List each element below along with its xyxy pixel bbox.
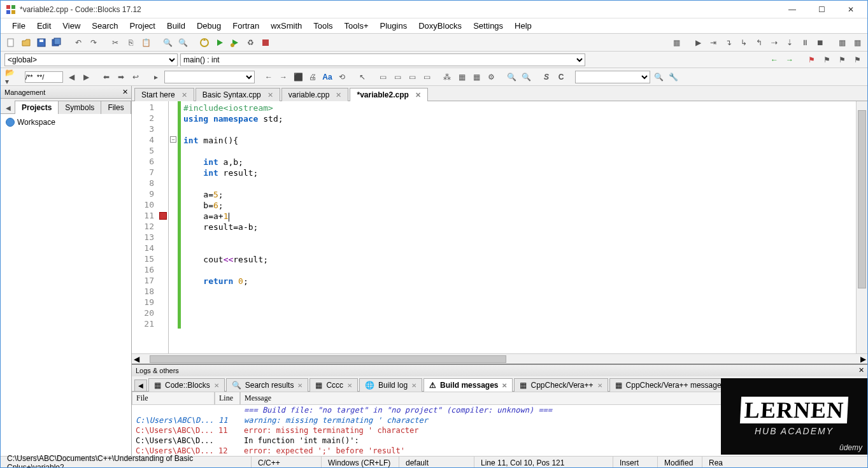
break-icon[interactable]: ⏸ [799,36,811,49]
menu-debug[interactable]: Debug [192,19,226,32]
menu-project[interactable]: Project [125,19,160,32]
menu-view[interactable]: View [57,19,85,32]
zoom-out-icon[interactable]: 🔍 [505,71,518,83]
menu-tools[interactable]: Tools [308,19,338,32]
fold-column[interactable]: − [169,101,178,353]
target-combo[interactable] [164,71,255,83]
bookmark-prev-icon[interactable]: ⚑ [820,53,833,66]
logs-close-icon[interactable]: ✕ [856,365,866,375]
menu-doxyblocks[interactable]: DoxyBlocks [413,19,467,32]
close-tab-icon[interactable]: ✕ [336,91,341,99]
open-recent-icon[interactable]: 📂▾ [4,71,17,83]
jump-back-icon[interactable]: ⬅ [100,71,113,83]
step-into-icon[interactable]: ↳ [737,36,750,49]
fold-toggle-icon[interactable]: − [170,136,176,143]
save-icon[interactable] [35,36,48,49]
doxy-prev-icon[interactable]: ◀ [65,71,78,83]
line-gutter[interactable]: 123456789101112131415161718192021 [132,101,169,353]
logtab-scroll-left[interactable]: ◀ [134,379,147,392]
target-icon[interactable]: ▦ [670,36,683,49]
wrench-icon[interactable]: 🔧 [667,71,679,83]
bookmark-flag-icon[interactable]: ⚑ [805,53,818,66]
msg-cell[interactable]: C:\Users\ABC\D... [132,425,215,436]
run-icon[interactable] [213,36,226,49]
nav-back-icon[interactable]: ← [768,53,781,66]
close-log-tab-icon[interactable]: ✕ [347,382,352,389]
find-icon[interactable]: 🔍 [161,36,174,49]
hscroll-thumb[interactable] [150,355,506,363]
jump-last-icon[interactable]: ↩ [129,71,142,83]
menu-wxsmith[interactable]: wxSmith [266,19,307,32]
close-log-tab-icon[interactable]: ✕ [214,382,219,389]
maximize-button[interactable]: ☐ [813,3,830,16]
workspace-item[interactable]: Workspace [3,117,129,128]
doxy-next-icon[interactable]: ▶ [80,71,92,83]
breakpoint-icon[interactable] [159,212,167,220]
step-out-icon[interactable]: ↰ [753,36,765,49]
code-editor[interactable]: 123456789101112131415161718192021 − #inc… [132,101,867,353]
doxy-search[interactable] [25,71,63,83]
save-all-icon[interactable] [50,36,63,49]
menu-build[interactable]: Build [162,19,190,32]
redo-icon[interactable]: ↷ [87,36,100,49]
undo-icon[interactable]: ↶ [72,36,85,49]
scope-combo[interactable]: <global> [4,53,178,66]
nav-fwd-icon[interactable]: → [783,53,796,66]
symbols-tab[interactable]: Symbols [58,101,101,114]
close-log-tab-icon[interactable]: ✕ [297,382,302,389]
close-log-tab-icon[interactable]: ✕ [597,382,602,389]
arrow-left-icon[interactable]: ← [262,71,275,83]
msg-header[interactable]: Line [215,392,240,405]
management-close-icon[interactable]: ✕ [120,87,130,97]
conf-doxy-icon[interactable]: ⚙ [485,71,497,83]
debug-run-icon[interactable]: ▶ [692,36,704,49]
msg-cell[interactable]: C:\Users\ABC\D... [132,436,215,446]
menu-search[interactable]: Search [87,19,123,32]
editor-tab[interactable]: variable.cpp✕ [281,88,349,101]
close-tab-icon[interactable]: ✕ [181,91,187,99]
rebuild-icon[interactable]: ♻ [244,36,257,49]
box1-icon[interactable]: ▭ [376,71,389,83]
next-line-icon[interactable]: ↴ [722,36,735,49]
cut-icon[interactable]: ✂ [109,36,122,49]
horizontal-scrollbar[interactable]: ◀ ▶ [132,353,867,364]
projects-tab[interactable]: Projects [15,101,59,114]
new-file-icon[interactable] [4,36,17,49]
extra-combo[interactable] [575,71,650,83]
menu-plugins[interactable]: Plugins [375,19,413,32]
log-tab[interactable]: ▦Code::Blocks✕ [148,378,225,392]
c-icon[interactable]: C [555,71,567,83]
close-button[interactable]: ✕ [842,3,860,16]
stop-debug-icon[interactable]: ⏹ [814,36,827,49]
step-instr-icon[interactable]: ⇣ [783,36,796,49]
function-combo[interactable]: main() : int [180,53,585,66]
regex-icon[interactable]: ⟲ [336,71,348,83]
editor-tab[interactable]: Start here✕ [134,88,194,101]
log-tab[interactable]: 🔍Search results✕ [226,378,309,392]
find-in-files-icon[interactable]: 🔍 [652,71,665,83]
code-lines[interactable]: #include<iostream>using namespace std;in… [181,101,856,353]
menu-tools+[interactable]: Tools+ [339,19,374,32]
close-log-tab-icon[interactable]: ✕ [411,382,416,389]
editor-tab[interactable]: Basic Syntax.cpp✕ [196,88,280,101]
minimize-button[interactable]: — [783,3,801,16]
msg-header[interactable]: File [132,392,215,405]
s-icon[interactable]: S [540,71,553,83]
close-tab-icon[interactable]: ✕ [267,91,273,99]
replace-icon[interactable]: 🔍 [176,36,189,49]
bookmark-clear-icon[interactable]: ⚑ [851,53,864,66]
vertical-scrollbar[interactable] [856,101,867,353]
log-tab[interactable]: ▦Cccc✕ [309,378,358,392]
msg-cell[interactable]: 11 [215,415,240,425]
msg-cell[interactable] [132,405,215,415]
run-to-cursor-icon[interactable]: ⇥ [707,36,720,49]
ext-doxy-icon[interactable]: ▦ [470,71,483,83]
msg-cell[interactable] [215,436,240,446]
log-tab[interactable]: ▦CppCheck/Vera++ messages✕ [609,378,740,392]
zoom-in-icon[interactable]: 🔍 [520,71,532,83]
build-run-icon[interactable] [229,36,241,49]
arrow-right-icon[interactable]: → [277,71,290,83]
log-tab[interactable]: ⚠Build messages✕ [423,378,513,392]
abort-icon[interactable] [259,36,272,49]
paste-icon[interactable]: 📋 [139,36,152,49]
